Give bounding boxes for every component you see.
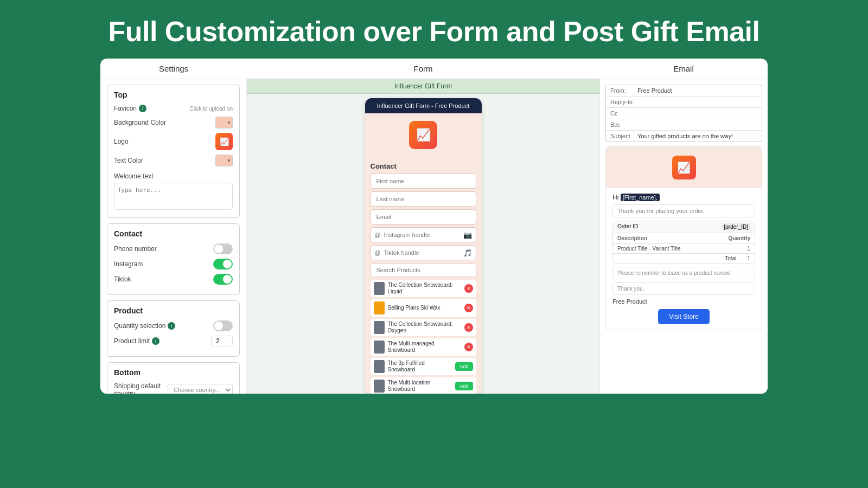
from-value: Free Product [637, 87, 757, 94]
cc-input[interactable] [637, 110, 757, 117]
favicon-row: Favicon i Click to upload on [114, 105, 233, 112]
product-remove-btn[interactable]: ✕ [464, 304, 473, 312]
replyto-input[interactable] [637, 99, 757, 105]
email-store-name: Free Product [612, 298, 755, 305]
instagram-label: Instagram [114, 260, 143, 268]
greeting-hi: Hi [612, 194, 618, 201]
product-item-qty: 1 [747, 246, 750, 252]
email-input[interactable] [371, 209, 476, 224]
form-logo-area: 📈 [365, 113, 482, 157]
email-bcc-row: Bcc [606, 119, 762, 131]
phone-row: Phone number [114, 243, 233, 254]
welcome-label: Welcome text [114, 172, 153, 180]
favicon-label: Favicon i [114, 105, 146, 112]
email-replyto-row: Reply-to [606, 97, 762, 108]
product-add-btn[interactable]: Add [455, 382, 473, 390]
last-name-input[interactable] [371, 191, 476, 207]
product-name: The Multi-location Snowboard [388, 380, 452, 393]
product-name: The Collection Snowboard: Liquid [388, 282, 461, 295]
total-label: Total [725, 255, 736, 261]
email-header-fields: From: Free Product Reply-to Cc Bcc Subje… [605, 85, 762, 142]
col-header-form: Form [247, 64, 599, 73]
col-header-settings: Settings [100, 64, 247, 73]
email-greeting: Hi [First_name], [612, 194, 755, 201]
welcome-textarea[interactable] [114, 183, 233, 210]
email-review: Please remember to leave us a product re… [612, 267, 755, 279]
main-card: Settings Form Email Top Favicon i Click … [100, 59, 768, 394]
product-remove-btn[interactable]: ✕ [464, 343, 473, 351]
visit-store-button[interactable]: Visit Store [658, 309, 709, 324]
email-cc-row: Cc [606, 108, 762, 119]
search-products-input[interactable] [371, 263, 476, 277]
quantity-info-icon[interactable]: i [168, 322, 175, 330]
email-body: Hi [First_name], Thank you for placing y… [606, 188, 762, 330]
settings-product-section: Product Quantity selection i Product lim… [107, 300, 240, 357]
bottom-section-title: Bottom [114, 368, 233, 377]
product-item-name: Product Title - Variant Title [617, 246, 681, 252]
product-add-btn[interactable]: Add [455, 362, 473, 371]
tiktok-toggle[interactable] [213, 274, 233, 285]
instagram-at-icon: @ [375, 232, 381, 238]
page-title: Full Customization over Form and Post Gi… [11, 15, 857, 48]
first-name-input[interactable] [371, 174, 476, 189]
swatch-arrow: ▼ [227, 120, 231, 125]
quantity-label: Quantity selection i [114, 322, 175, 330]
text-color-label: Text Color [114, 157, 143, 164]
favicon-info-icon[interactable]: i [139, 105, 146, 112]
bcc-input[interactable] [637, 121, 757, 128]
email-order-header: Order ID [order_ID] [613, 221, 755, 233]
instagram-toggle[interactable] [213, 259, 233, 269]
tiktok-row: Tiktok [114, 274, 233, 285]
contact-section-label: Contact [371, 162, 476, 170]
settings-top-section: Top Favicon i Click to upload on Backgro… [107, 85, 240, 218]
email-preview-logo-area: 📈 [606, 147, 762, 188]
product-item: The Collection Snowboard: Oxygen ✕ [371, 319, 476, 336]
logo-row: Logo 📈 [114, 133, 233, 150]
email-thankyou: Thank you. [612, 282, 755, 295]
cc-label: Cc [610, 110, 637, 117]
logo-preview[interactable]: 📈 [215, 133, 233, 150]
product-remove-btn[interactable]: ✕ [464, 323, 473, 332]
product-limit-input[interactable] [211, 336, 233, 346]
product-limit-label: Product limit i [114, 337, 159, 345]
form-phone-frame: Influencer Gift Form - Free Product 📈 Co… [365, 98, 482, 394]
quantity-toggle[interactable] [213, 320, 233, 331]
column-headers: Settings Form Email [100, 59, 768, 79]
replyto-label: Reply-to [610, 99, 637, 105]
product-limit-row: Product limit i [114, 336, 233, 346]
settings-bottom-section: Bottom Shipping default country Choose c… [107, 362, 240, 394]
email-order-item: Product Title - Variant Title 1 [613, 244, 755, 254]
product-thumb [374, 321, 385, 334]
country-select[interactable]: Choose country... [168, 384, 233, 394]
form-body: Contact @ 📷 @ 🎵 [365, 157, 482, 394]
settings-panel: Top Favicon i Click to upload on Backgro… [100, 79, 247, 394]
subject-input[interactable] [637, 133, 757, 139]
logo-label: Logo [114, 138, 129, 145]
tiktok-label: Tiktok [114, 275, 131, 283]
product-remove-btn[interactable]: ✕ [464, 284, 473, 293]
email-panel: From: Free Product Reply-to Cc Bcc Subje… [599, 79, 768, 394]
product-thumb [374, 282, 385, 295]
order-id-value: [order_ID] [722, 223, 750, 230]
limit-info-icon[interactable]: i [152, 337, 159, 345]
instagram-row: Instagram [114, 259, 233, 269]
bg-color-row: Background Color ▼ [114, 117, 233, 129]
tiktok-brand-icon: 🎵 [463, 249, 472, 257]
tiktok-input-wrapper: @ 🎵 [371, 245, 476, 260]
tiktok-input[interactable] [371, 245, 476, 260]
main-content: Top Favicon i Click to upload on Backgro… [100, 79, 768, 394]
bg-color-swatch[interactable]: ▼ [215, 117, 233, 129]
phone-toggle[interactable] [213, 243, 233, 254]
form-panel: Influencer Gift Form Influencer Gift For… [247, 79, 599, 394]
instagram-input[interactable] [371, 227, 476, 242]
instagram-input-wrapper: @ 📷 [371, 227, 476, 242]
email-order-table: Order ID [order_ID] Description Quantity… [612, 221, 755, 264]
phone-label: Phone number [114, 245, 157, 253]
first-name-placeholder: [First_name], [621, 194, 660, 201]
product-item: The Multi-location Snowboard Add [371, 377, 476, 394]
email-order-cols: Description Quantity [613, 233, 755, 244]
product-item: The 3p Fulfilled Snowboard Add [371, 358, 476, 375]
bcc-label: Bcc [610, 121, 637, 128]
text-color-swatch[interactable]: ▼ [215, 155, 233, 166]
product-thumb [374, 360, 385, 373]
